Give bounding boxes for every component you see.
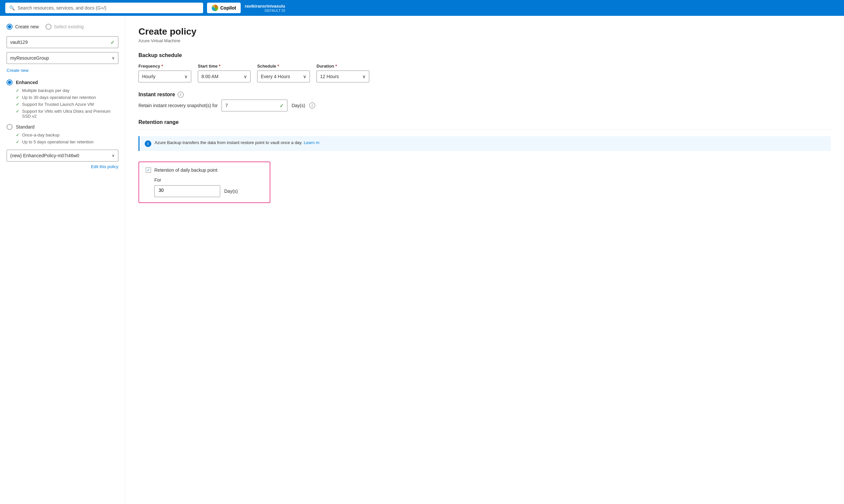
- daily-backup-value-field[interactable]: [159, 187, 216, 193]
- retain-input[interactable]: 7 ✓: [221, 100, 287, 111]
- create-new-link[interactable]: Create new: [6, 68, 118, 73]
- for-label: For: [154, 177, 263, 183]
- resource-group-value: myResourceGroup: [10, 55, 49, 61]
- std-feature-label-1: Once-a-day backup: [22, 132, 59, 138]
- schedule-value: Every 4 Hours: [261, 74, 290, 79]
- tenant: DEFAULT DI: [245, 8, 285, 13]
- info-banner: i Azure Backup transfers the data from i…: [139, 136, 831, 151]
- duration-group: Duration * 12 Hours ∨: [317, 64, 369, 83]
- topbar: 🔍 Search resources, services, and docs (…: [0, 0, 844, 16]
- std-check-icon-1: ✓: [16, 132, 19, 138]
- learn-more-link[interactable]: Learn m: [304, 140, 320, 145]
- duration-label: Duration *: [317, 64, 369, 69]
- daily-backup-unit: Day(s): [224, 188, 238, 194]
- instant-restore-info-icon[interactable]: i: [178, 92, 184, 97]
- daily-backup-label: Retention of daily backup point: [154, 167, 217, 173]
- check-icon-2: ✓: [16, 95, 19, 100]
- daily-backup-value-row: Day(s): [154, 185, 263, 197]
- policy-name-dropdown[interactable]: (new) EnhancedPolicy-m07r46w0 ∨: [6, 150, 118, 162]
- backup-schedule-row: Frequency * Hourly ∨ Start time * 8:00 A…: [139, 64, 831, 83]
- frequency-dropdown[interactable]: Hourly ∨: [139, 71, 191, 83]
- policy-type-radio-group: Create new Select existing: [6, 24, 118, 30]
- retain-value: 7: [225, 103, 228, 108]
- search-icon: 🔍: [9, 5, 15, 11]
- schedule-label: Schedule *: [257, 64, 310, 69]
- edit-policy-link[interactable]: Edit this policy: [6, 164, 118, 169]
- frequency-required: *: [161, 64, 163, 69]
- check-icon-4: ✓: [16, 109, 19, 114]
- retention-divider: [139, 129, 831, 129]
- username: ravikiransrinivasulu: [245, 4, 285, 8]
- daily-backup-value-input[interactable]: [154, 185, 220, 197]
- std-feature-label-2: Up to 5 days operational tier retention: [22, 140, 94, 144]
- enhanced-feature-list: ✓ Multiple backups per day ✓ Up to 30 da…: [16, 88, 118, 119]
- start-time-group: Start time * 8:00 AM ∨: [198, 64, 251, 83]
- info-banner-icon: i: [145, 140, 151, 147]
- vault-value: vault129: [10, 39, 28, 45]
- search-placeholder: Search resources, services, and docs (G+…: [17, 5, 107, 11]
- right-panel: Create policy Azure Virtual Machine Back…: [125, 16, 844, 504]
- left-panel: Create new Select existing vault129 ✓ my…: [0, 16, 125, 504]
- backup-schedule-title: Backup schedule: [139, 52, 831, 58]
- vault-checkmark: ✓: [110, 39, 115, 46]
- retain-label: Retain instant recovery snapshot(s) for: [139, 103, 218, 108]
- feature-label-3: Support for Trusted Launch Azure VM: [22, 102, 94, 107]
- search-box[interactable]: 🔍 Search resources, services, and docs (…: [5, 3, 203, 13]
- retention-range-title: Retention range: [139, 119, 831, 125]
- frequency-chevron: ∨: [184, 74, 187, 79]
- feature-item-2: ✓ Up to 30 days operational tier retenti…: [16, 95, 118, 100]
- create-new-radio[interactable]: Create new: [6, 24, 39, 30]
- daily-backup-checkbox[interactable]: [146, 167, 151, 173]
- check-icon-3: ✓: [16, 102, 19, 107]
- select-existing-radio-label: Select existing: [54, 24, 84, 29]
- duration-value: 12 Hours: [320, 74, 339, 79]
- frequency-value: Hourly: [142, 74, 155, 79]
- instant-restore-title: Instant restore: [139, 92, 175, 97]
- standard-policy-option[interactable]: Standard: [6, 124, 118, 130]
- standard-policy-label: Standard: [16, 124, 35, 129]
- create-new-radio-label: Create new: [15, 24, 39, 29]
- start-time-required: *: [219, 64, 220, 69]
- resource-group-dropdown[interactable]: myResourceGroup ∨: [6, 52, 118, 64]
- create-new-radio-btn[interactable]: [6, 24, 13, 30]
- vault-input-field[interactable]: vault129 ✓: [6, 36, 118, 48]
- retain-row: Retain instant recovery snapshot(s) for …: [139, 100, 831, 111]
- main-layout: Create new Select existing vault129 ✓ my…: [0, 16, 844, 504]
- std-feature-item-1: ✓ Once-a-day backup: [16, 132, 118, 138]
- duration-dropdown[interactable]: 12 Hours ∨: [317, 71, 369, 83]
- start-time-chevron: ∨: [244, 74, 247, 79]
- select-existing-radio-btn[interactable]: [46, 24, 51, 30]
- policy-name-value: (new) EnhancedPolicy-m07r46w0: [10, 153, 79, 158]
- feature-label-1: Multiple backups per day: [22, 88, 70, 93]
- page-title: Create policy: [139, 26, 831, 37]
- frequency-group: Frequency * Hourly ∨: [139, 64, 191, 83]
- schedule-chevron: ∨: [303, 74, 306, 79]
- schedule-dropdown[interactable]: Every 4 Hours ∨: [257, 71, 310, 83]
- enhanced-policy-radio[interactable]: [6, 79, 13, 85]
- retain-unit: Day(s): [291, 103, 305, 108]
- frequency-label: Frequency *: [139, 64, 191, 69]
- resource-group-chevron: ∨: [112, 56, 115, 60]
- enhanced-policy-option[interactable]: Enhanced: [6, 79, 118, 85]
- feature-label-2: Up to 30 days operational tier retention: [22, 95, 96, 100]
- feature-label-4: Support for VMs with Ultra Disks and Pre…: [22, 109, 118, 119]
- std-check-icon-2: ✓: [16, 140, 19, 144]
- duration-required: *: [335, 64, 337, 69]
- daily-backup-checkbox-row: Retention of daily backup point: [146, 167, 263, 173]
- feature-item-4: ✓ Support for VMs with Ultra Disks and P…: [16, 109, 118, 119]
- select-existing-radio[interactable]: Select existing: [46, 24, 84, 30]
- copilot-button[interactable]: Copilot: [207, 3, 241, 13]
- copilot-label: Copilot: [220, 5, 236, 11]
- user-info: ravikiransrinivasulu DEFAULT DI: [245, 4, 285, 13]
- schedule-required: *: [277, 64, 279, 69]
- start-time-label: Start time *: [198, 64, 251, 69]
- daily-backup-retention-box: Retention of daily backup point For Day(…: [139, 162, 270, 203]
- retain-info-icon[interactable]: i: [309, 103, 315, 108]
- feature-item-1: ✓ Multiple backups per day: [16, 88, 118, 93]
- retain-checkmark: ✓: [280, 103, 284, 109]
- start-time-value: 8:00 AM: [201, 74, 218, 79]
- standard-policy-radio[interactable]: [6, 124, 13, 130]
- start-time-dropdown[interactable]: 8:00 AM ∨: [198, 71, 251, 83]
- enhanced-policy-label: Enhanced: [16, 80, 38, 85]
- copilot-icon: [212, 5, 218, 11]
